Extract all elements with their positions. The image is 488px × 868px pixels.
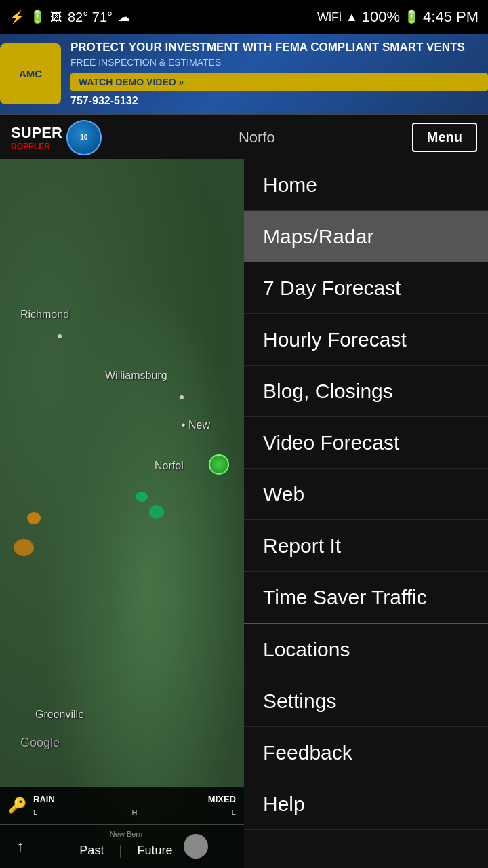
future-button[interactable]: Future (127, 838, 184, 863)
signal-icon: ▲ (346, 10, 358, 24)
map-label-greenville: Greenville (35, 709, 84, 721)
map-label-new: • New (182, 419, 210, 431)
ad-logo: AMC (0, 43, 61, 104)
usb-icon: ⚡ (9, 9, 24, 24)
clock: 4:45 PM (423, 8, 479, 26)
nav-bottom: ↑ New Bern Past | Future (0, 824, 244, 868)
logo-doppler: DOPPLER (11, 142, 50, 151)
map-label-google: Google (20, 736, 60, 750)
map-label-williamsburg: Williamsburg (105, 370, 167, 382)
status-right-icons: WiFi ▲ 100% 🔋 4:45 PM (317, 8, 479, 26)
menu-item-feedback[interactable]: Feedback (244, 727, 488, 778)
menu-label-7-day-forecast: 7 Day Forecast (263, 277, 401, 300)
logo-circle: 10 (66, 120, 102, 155)
menu-label-help: Help (263, 793, 305, 816)
share-icon[interactable]: ↑ (7, 837, 34, 855)
menu-item-help[interactable]: Help (244, 778, 488, 830)
radar-blob-4 (149, 505, 164, 519)
menu-label-locations: Locations (263, 638, 350, 661)
map-area[interactable]: Richmond Williamsburg • New Norfol Green… (0, 159, 244, 868)
nav-time-buttons: New Bern Past | Future (39, 830, 237, 863)
status-bar: ⚡ 🔋 🖼 82° 71° ☁ WiFi ▲ 100% 🔋 4:45 PM (0, 0, 488, 34)
ad-phone: 757-932-5132 (70, 95, 488, 107)
battery-icon: 🔋 (404, 9, 419, 24)
menu-label-time-saver-traffic: Time Saver Traffic (263, 586, 427, 609)
map-label-norfolk: Norfol (155, 460, 184, 472)
menu-item-report-it[interactable]: Report It (244, 520, 488, 572)
battery-alt-icon: 🔋 (30, 9, 45, 24)
menu-item-7-day-forecast[interactable]: 7 Day Forecast (244, 262, 488, 314)
weather-icon: ☁ (118, 9, 130, 24)
past-button[interactable]: Past (68, 838, 115, 863)
menu-label-home: Home (263, 174, 317, 197)
legend-low-right: L (232, 808, 236, 816)
ad-content: PROTECT YOUR INVESTMENT WITH FEMA COMPLI… (70, 41, 488, 107)
image-icon: 🖼 (50, 10, 62, 24)
menu-label-web: Web (263, 483, 304, 506)
menu-item-home[interactable]: Home (244, 159, 488, 211)
menu-label-blog-closings: Blog, Closings (263, 380, 393, 403)
radar-blob-2 (14, 539, 34, 556)
legend-high-mid: H (132, 808, 138, 816)
legend-mixed-label: MIXED (208, 794, 236, 804)
time-divider: | (119, 843, 122, 859)
radar-blob-1 (27, 512, 41, 524)
wifi-icon: WiFi (317, 10, 342, 24)
ad-headline: PROTECT YOUR INVESTMENT WITH FEMA COMPLI… (70, 41, 488, 54)
menu-item-blog-closings[interactable]: Blog, Closings (244, 366, 488, 417)
menu-label-report-it: Report It (263, 534, 341, 557)
menu-item-maps-radar[interactable]: Maps/Radar (244, 211, 488, 262)
temperature-display: 82° 71° (68, 9, 113, 25)
menu-items-container: HomeMaps/Radar7 Day ForecastHourly Forec… (244, 159, 488, 830)
menu-label-feedback: Feedback (263, 741, 352, 764)
legend-lh-labels: L H L (33, 808, 236, 816)
app-logo: SUPER DOPPLER 10 (11, 120, 102, 155)
ad-subtext: FREE INSPECTION & ESTIMATES (70, 57, 488, 68)
menu-label-settings: Settings (263, 690, 336, 713)
status-left-icons: ⚡ 🔋 🖼 82° 71° ☁ (9, 9, 130, 25)
radar-blob-3 (136, 492, 148, 502)
menu-item-time-saver-traffic[interactable]: Time Saver Traffic (244, 572, 488, 623)
ad-banner[interactable]: AMC PROTECT YOUR INVESTMENT WITH FEMA CO… (0, 34, 488, 115)
app-header: SUPER DOPPLER 10 Norfo Menu (0, 115, 488, 159)
menu-button[interactable]: Menu (412, 123, 477, 152)
header-location: Norfo (102, 129, 412, 146)
legend-rain-label: RAIN (33, 794, 55, 804)
battery-percent: 100% (362, 8, 400, 26)
radar-indicator (209, 454, 229, 475)
menu-overlay: HomeMaps/Radar7 Day ForecastHourly Forec… (244, 159, 488, 868)
menu-item-video-forecast[interactable]: Video Forecast (244, 417, 488, 469)
legend-bar: 🔑 RAIN MIXED L H L (0, 787, 244, 824)
ad-cta-button[interactable]: WATCH DEMO VIDEO » (70, 73, 488, 91)
menu-item-locations[interactable]: Locations (244, 624, 488, 675)
logo-super: SUPER (11, 124, 62, 142)
ad-logo-text: AMC (19, 68, 42, 80)
menu-item-web[interactable]: Web (244, 469, 488, 520)
menu-label-hourly-forecast: Hourly Forecast (263, 328, 407, 351)
key-icon: 🔑 (8, 797, 26, 814)
new-bern-label: New Bern (110, 830, 142, 838)
legend-low-left: L (33, 808, 37, 816)
menu-label-video-forecast: Video Forecast (263, 431, 399, 454)
menu-item-hourly-forecast[interactable]: Hourly Forecast (244, 314, 488, 366)
time-toggle-button[interactable] (184, 834, 208, 859)
menu-label-maps-radar: Maps/Radar (263, 225, 373, 248)
map-dot-richmond (58, 334, 62, 338)
map-bottom-bar: 🔑 RAIN MIXED L H L ↑ New Bern (0, 787, 244, 868)
menu-item-settings[interactable]: Settings (244, 675, 488, 727)
map-label-richmond: Richmond (20, 309, 69, 321)
map-dot-williamsburg (180, 395, 184, 399)
